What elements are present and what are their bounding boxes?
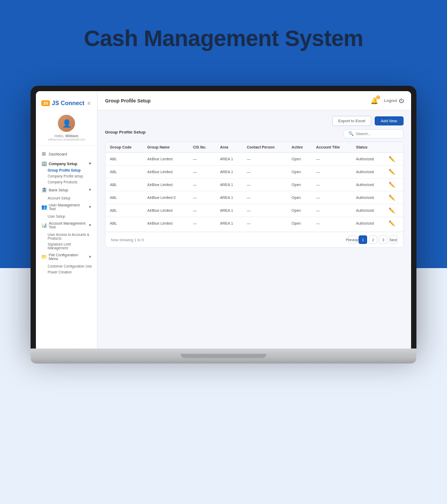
avatar: 👤: [58, 115, 75, 132]
sidebar-item-user-access[interactable]: User Access to Accounts & Products: [38, 232, 95, 241]
edit-icon[interactable]: ✏️: [389, 220, 395, 226]
pagination-page-2[interactable]: 2: [369, 235, 377, 244]
table-row: ABL AirBlue Limited — AREA 1 — Open — Au…: [106, 204, 403, 217]
pagination-page-1[interactable]: 1: [359, 235, 367, 244]
laptop-screen-inner: JS JS Connect ≡ 👤 Hello, William william…: [36, 91, 411, 349]
cell-edit[interactable]: ✏️: [384, 179, 403, 191]
cell-active: Open: [287, 153, 312, 166]
cell-account-title: —: [312, 153, 352, 166]
sidebar-item-company-setup[interactable]: 🏢 Company Setup ▼: [38, 159, 95, 167]
add-new-button[interactable]: Add New: [375, 116, 404, 125]
sidebar-item-file-config[interactable]: 📁 File Configuration Menu ▼: [38, 251, 95, 263]
company-icon: 🏢: [41, 161, 47, 166]
cell-edit[interactable]: ✏️: [384, 191, 403, 204]
cell-group-code: ABL: [106, 191, 143, 204]
cell-area: AREA 1: [215, 204, 242, 217]
cell-edit[interactable]: ✏️: [384, 204, 403, 217]
hamburger-icon[interactable]: ≡: [87, 100, 91, 106]
cell-contact-person: —: [242, 191, 287, 204]
search-icon: 🔍: [348, 131, 354, 136]
sidebar-item-user-setup[interactable]: User Setup: [38, 213, 95, 219]
chevron-down-icon: ▼: [88, 188, 92, 191]
cell-status: Authorized: [352, 191, 384, 204]
main-content: Group Profile Setup 🔔 1 Logout ⏻: [98, 91, 411, 349]
table-row: ABL AirBlue Limited — AREA 1 — Open — Au…: [106, 153, 403, 166]
cell-account-title: —: [312, 166, 352, 179]
cell-group-name: AirBlue Limited: [143, 153, 189, 166]
sidebar-item-user-mgmt[interactable]: 👥 User Management Tool ▼: [38, 201, 95, 213]
cell-cis-no: —: [189, 217, 216, 230]
sidebar-item-label: Account Management Tool: [49, 221, 86, 229]
search-input[interactable]: [356, 132, 399, 136]
logout-icon: ⏻: [399, 98, 404, 103]
cell-cis-no: —: [189, 204, 216, 217]
sidebar-item-signature-limit[interactable]: Signature Limit Management: [38, 241, 95, 251]
cell-account-title: —: [312, 204, 352, 217]
pagination-bar: Now showing 1 to 6 Previous 1 2 3 Next: [106, 232, 403, 247]
cell-active: Open: [287, 166, 312, 179]
topbar-page-title: Group Profile Setup: [105, 98, 151, 103]
sidebar-item-group-profile[interactable]: Group Profile Setup: [38, 167, 95, 173]
sidebar-item-label: Bank Setup: [49, 188, 68, 192]
sidebar-item-company-products[interactable]: Company Products: [38, 179, 95, 185]
cell-group-name: AirBlue Limited: [143, 179, 189, 191]
logout-label: Logout: [384, 98, 397, 103]
avatar-icon: 👤: [62, 119, 71, 128]
table-row: ABL AirBlue Limited 0 — AREA 1 — Open — …: [106, 191, 403, 204]
cell-contact-person: —: [242, 217, 287, 230]
cell-group-name: AirBlue Limited: [143, 166, 189, 179]
cell-contact-person: —: [242, 204, 287, 217]
sidebar-item-power-creation[interactable]: Power Creation: [38, 269, 95, 275]
edit-icon[interactable]: ✏️: [389, 169, 395, 175]
cell-group-code: ABL: [106, 204, 143, 217]
sidebar-item-company-profile[interactable]: Company Profile setup: [38, 173, 95, 179]
export-to-excel-button[interactable]: Export to Excel: [332, 116, 371, 126]
content-top-row: Export to Excel Add New: [105, 116, 404, 126]
pagination-controls: Previous 1 2 3 Next: [348, 235, 398, 244]
cell-group-name: AirBlue Limited: [143, 217, 189, 230]
sidebar-email: williamson.example@com: [38, 138, 95, 141]
logo-text: JS Connect: [52, 100, 85, 106]
laptop-screen-outer: JS JS Connect ≡ 👤 Hello, William william…: [31, 86, 416, 349]
cell-cis-no: —: [189, 166, 216, 179]
sidebar-item-account-setup[interactable]: Account Setup: [38, 195, 95, 201]
cell-status: Authorized: [352, 153, 384, 166]
cell-edit[interactable]: ✏️: [384, 153, 403, 166]
cell-status: Authorized: [352, 204, 384, 217]
sidebar-logo: JS JS Connect ≡: [36, 97, 97, 110]
cell-group-code: ABL: [106, 166, 143, 179]
dashboard-icon: ⊞: [41, 151, 47, 157]
cell-account-title: —: [312, 191, 352, 204]
pagination-next[interactable]: Next: [389, 235, 398, 244]
sidebar-item-label: Dashboard: [49, 152, 67, 156]
cell-contact-person: —: [242, 179, 287, 191]
table-row: ABL AirBlue Limited — AREA 1 — Open — Au…: [106, 166, 403, 179]
col-actions: [384, 142, 403, 153]
cell-area: AREA 1: [215, 217, 242, 230]
edit-icon[interactable]: ✏️: [389, 207, 395, 213]
cell-edit[interactable]: ✏️: [384, 166, 403, 179]
sidebar-item-account-mgmt[interactable]: 📊 Account Management Tool ▼: [38, 219, 95, 231]
pagination-page-3[interactable]: 3: [379, 235, 388, 244]
edit-icon[interactable]: ✏️: [389, 156, 395, 162]
sidebar-item-dashboard[interactable]: ⊞ Dashboard: [38, 149, 95, 159]
cell-area: AREA 1: [215, 166, 242, 179]
sidebar-item-customer-config[interactable]: Customer Configuration Use: [38, 263, 95, 269]
table-header-row: Group Code Group Name CIS No. Area Conta…: [106, 142, 403, 153]
content-area: Export to Excel Add New Group Profile Se…: [98, 110, 411, 349]
cell-edit[interactable]: ✏️: [384, 217, 403, 230]
edit-icon[interactable]: ✏️: [389, 195, 395, 201]
notification-icon[interactable]: 🔔 1: [369, 95, 380, 106]
chevron-down-icon: ▼: [88, 255, 92, 258]
cell-contact-person: —: [242, 166, 287, 179]
cell-group-code: ABL: [106, 179, 143, 191]
cell-account-title: —: [312, 217, 352, 230]
logo-badge: JS: [41, 100, 50, 106]
logout-button[interactable]: Logout ⏻: [384, 98, 404, 103]
pagination-previous[interactable]: Previous: [348, 235, 357, 244]
sidebar-item-bank-setup[interactable]: 🏦 Bank Setup ▼: [38, 185, 95, 195]
notification-badge: 1: [376, 95, 380, 99]
edit-icon[interactable]: ✏️: [389, 182, 395, 188]
chevron-down-icon: ▼: [88, 205, 92, 209]
cell-account-title: —: [312, 179, 352, 191]
